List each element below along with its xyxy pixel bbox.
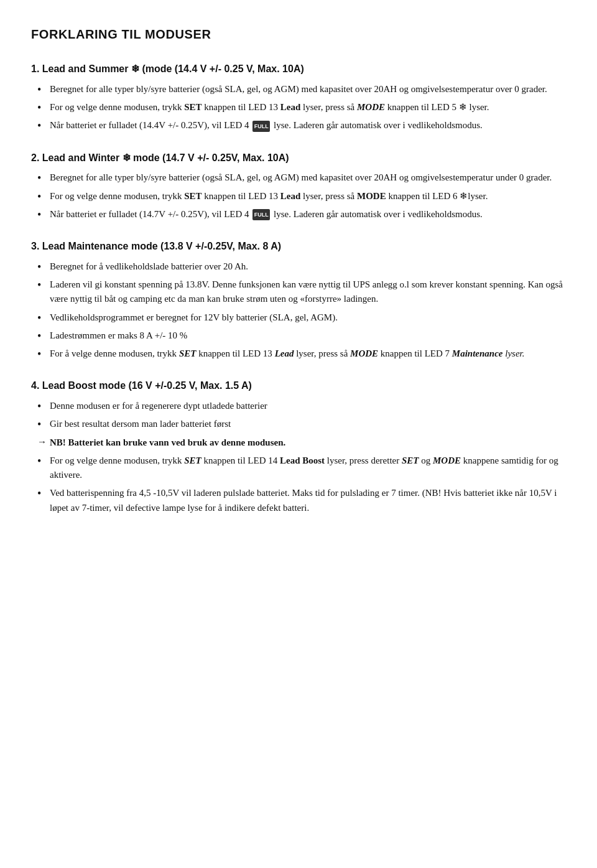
section-4: 4. Lead Boost mode (16 V +/-0.25 V, Max.… — [31, 378, 566, 515]
content-area: 1. Lead and Summer ❄ (mode (14.4 V +/- 0… — [31, 62, 566, 515]
section-4-bullets: Denne modusen er for å regenerere dypt u… — [37, 399, 566, 515]
section-1-heading: 1. Lead and Summer ❄ (mode (14.4 V +/- 0… — [31, 62, 566, 77]
list-item: For og velge denne modusen, trykk SET kn… — [37, 454, 566, 483]
list-item: For og velge denne modusen, trykk SET kn… — [37, 189, 566, 203]
list-item: Beregnet for alle typer bly/syre batteri… — [37, 170, 566, 185]
list-item: Beregnet for alle typer bly/syre batteri… — [37, 82, 566, 96]
section-1-bullets: Beregnet for alle typer bly/syre batteri… — [37, 82, 566, 133]
list-item: For å velge denne modusen, trykk SET kna… — [37, 347, 566, 361]
section-2: 2. Lead and Winter ❄ mode (14.7 V +/- 0.… — [31, 151, 566, 222]
full-indicator: FULL — [252, 209, 270, 220]
list-item: Når batteriet er fulladet (14.4V +/- 0.2… — [37, 118, 566, 133]
list-item: Ladestrømmen er maks 8 A +/- 10 % — [37, 329, 566, 343]
section-3-heading: 3. Lead Maintenance mode (13.8 V +/-0.25… — [31, 239, 566, 254]
section-2-heading: 2. Lead and Winter ❄ mode (14.7 V +/- 0.… — [31, 151, 566, 166]
list-item: Ved batterispenning fra 4,5 -10,5V vil l… — [37, 486, 566, 515]
section-3-bullets: Beregnet for å vedlikeholdslade batterie… — [37, 259, 566, 362]
list-item: Laderen vil gi konstant spenning på 13.8… — [37, 278, 566, 307]
section-4-heading: 4. Lead Boost mode (16 V +/-0.25 V, Max.… — [31, 378, 566, 394]
list-item: Vedlikeholdsprogrammet er beregnet for 1… — [37, 310, 566, 325]
list-item: Beregnet for å vedlikeholdslade batterie… — [37, 259, 566, 274]
list-item: Gir best resultat dersom man lader batte… — [37, 417, 566, 431]
section-1: 1. Lead and Summer ❄ (mode (14.4 V +/- 0… — [31, 62, 566, 133]
list-item: For og velge denne modusen, trykk SET kn… — [37, 100, 566, 114]
section-2-bullets: Beregnet for alle typer bly/syre batteri… — [37, 170, 566, 222]
list-item-arrow: NB! Batteriet kan bruke vann ved bruk av… — [37, 436, 566, 450]
list-item: Når batteriet er fulladet (14.7V +/- 0.2… — [37, 207, 566, 222]
full-indicator: FULL — [252, 121, 270, 132]
section-3: 3. Lead Maintenance mode (13.8 V +/-0.25… — [31, 239, 566, 361]
page-title: FORKLARING TIL MODUSER — [31, 25, 566, 44]
list-item: Denne modusen er for å regenerere dypt u… — [37, 399, 566, 413]
